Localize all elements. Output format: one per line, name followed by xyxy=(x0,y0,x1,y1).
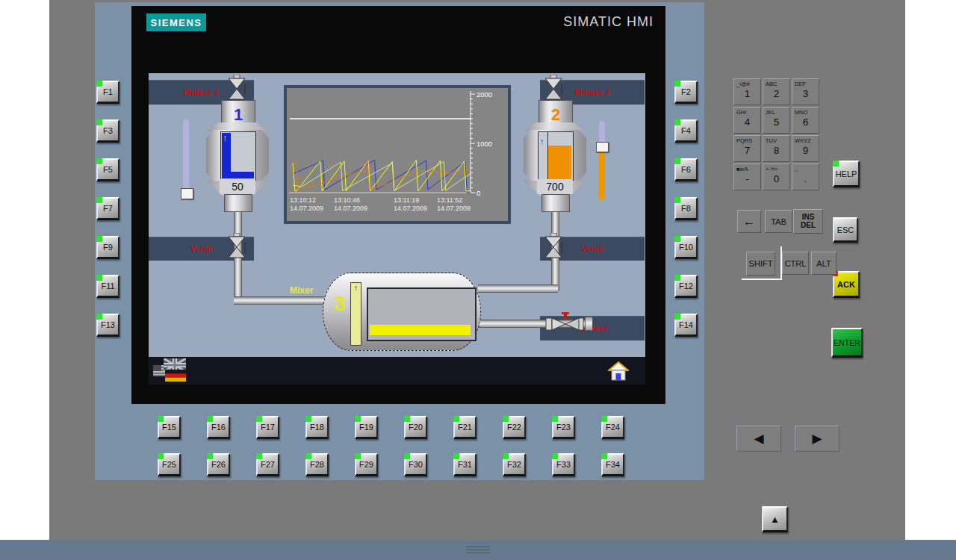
key-f24[interactable]: F24 xyxy=(601,416,624,439)
tank1-slider-handle[interactable] xyxy=(181,188,193,199)
pipe-mixer-to-tank2 xyxy=(478,284,558,293)
numpad-key-5[interactable]: JKL5 xyxy=(763,107,790,134)
shift-key[interactable]: SHIFT xyxy=(746,252,775,276)
key-f17[interactable]: F17 xyxy=(256,416,279,439)
numeric-keypad: _\@#1ABC2DEF3GHI4JKL5MNO6PQRS7TUV8WXYZ9■… xyxy=(733,78,819,190)
numpad-key-8[interactable]: TUV8 xyxy=(763,135,790,162)
tank1-top: 1 xyxy=(221,100,255,125)
key-f5[interactable]: F5 xyxy=(96,158,120,181)
key-f28[interactable]: F28 xyxy=(305,453,329,476)
ins-del-key[interactable]: INS DEL xyxy=(793,209,823,234)
valve-left-icon[interactable] xyxy=(226,233,248,261)
key-f19[interactable]: F19 xyxy=(355,416,378,439)
key-f34[interactable]: F34 xyxy=(601,453,624,476)
numpad-key-9[interactable]: WXYZ9 xyxy=(792,135,819,162)
numpad-key-1[interactable]: _\@#1 xyxy=(733,78,761,105)
arrow-left-icon: ◀ xyxy=(754,431,763,447)
numpad-key-4[interactable]: GHI4 xyxy=(733,107,761,134)
numpad-key-3[interactable]: DEF3 xyxy=(792,78,819,105)
numpad-key--[interactable]: ■a/A- xyxy=(733,164,761,190)
tank1-slider-track[interactable] xyxy=(183,119,189,199)
esc-key-label: ESC xyxy=(837,225,854,234)
alt-key[interactable]: ALT xyxy=(811,252,836,275)
home-button[interactable] xyxy=(606,358,631,383)
fkey-label: F22 xyxy=(507,423,521,432)
numpad-key-.[interactable]: .,. xyxy=(792,164,819,190)
valve-inlet2-icon[interactable] xyxy=(542,75,565,103)
numpad-main-label: 8 xyxy=(763,145,789,156)
alt-key-label: ALT xyxy=(816,259,831,268)
key-f15[interactable]: F15 xyxy=(158,416,181,439)
screen-bezel: SIEMENS SIMATIC HMI Einlass 1 Einlass 2 … xyxy=(131,6,665,404)
arrow-up-key[interactable]: ▲ xyxy=(762,506,788,532)
valve-right-icon[interactable] xyxy=(542,233,565,261)
fkeys-bottom-row2: F25F26F27F28F29F30F31F32F33F34 xyxy=(158,453,624,476)
ack-key-label: ACK xyxy=(837,280,855,289)
valve-inlet1-icon[interactable] xyxy=(226,75,248,103)
fkey-label: F6 xyxy=(681,165,691,174)
tank1-level-base xyxy=(222,172,254,178)
arrow-left-key[interactable]: ◀ xyxy=(736,426,781,452)
key-f13[interactable]: F13 xyxy=(96,314,120,337)
numpad-main-label: . xyxy=(792,173,819,184)
tank2-slider-track-top[interactable] xyxy=(599,121,605,143)
key-f29[interactable]: F29 xyxy=(355,453,378,476)
key-f10[interactable]: F10 xyxy=(674,236,698,259)
key-f7[interactable]: F7 xyxy=(96,197,120,220)
svg-text:14.07.2009: 14.07.2009 xyxy=(394,205,427,212)
key-f8[interactable]: F8 xyxy=(674,197,698,220)
key-f23[interactable]: F23 xyxy=(552,416,575,439)
ack-key[interactable]: ACK xyxy=(833,271,860,298)
key-f1[interactable]: F1 xyxy=(96,81,120,104)
key-f30[interactable]: F30 xyxy=(404,453,427,476)
fkey-label: F24 xyxy=(606,423,620,432)
key-f27[interactable]: F27 xyxy=(256,453,279,476)
key-f4[interactable]: F4 xyxy=(674,119,698,143)
svg-text:14.07.2009: 14.07.2009 xyxy=(437,205,471,212)
tab-key[interactable]: TAB xyxy=(765,210,792,233)
arrow-right-key[interactable]: ▶ xyxy=(795,426,839,452)
numpad-key-2[interactable]: ABC2 xyxy=(763,78,790,105)
numpad-key-0[interactable]: +-*/=0 xyxy=(763,164,790,190)
numpad-key-6[interactable]: MNO6 xyxy=(792,107,819,134)
key-f14[interactable]: F14 xyxy=(674,314,698,337)
fkey-label: F4 xyxy=(681,126,691,135)
key-f11[interactable]: F11 xyxy=(96,275,120,298)
drag-handle[interactable] xyxy=(466,547,490,553)
numpad-main-label: 3 xyxy=(792,88,819,99)
tank1-neck xyxy=(224,194,252,212)
del-label: DEL xyxy=(801,222,816,230)
key-f20[interactable]: F20 xyxy=(404,416,427,439)
valve-right-label: Ventil xyxy=(581,244,603,253)
key-f2[interactable]: F2 xyxy=(674,81,698,104)
key-f31[interactable]: F31 xyxy=(453,453,477,476)
key-f21[interactable]: F21 xyxy=(453,416,477,439)
key-f9[interactable]: F9 xyxy=(96,236,120,259)
backspace-key[interactable]: ← xyxy=(737,210,761,233)
led-indicator xyxy=(552,453,558,459)
led-indicator xyxy=(96,119,102,125)
numpad-main-label: 7 xyxy=(734,145,760,156)
ctrl-key[interactable]: CTRL xyxy=(782,252,809,275)
numpad-key-7[interactable]: PQRS7 xyxy=(733,135,761,162)
key-f16[interactable]: F16 xyxy=(207,416,230,439)
led-indicator xyxy=(674,81,680,87)
tank2-slider-handle[interactable] xyxy=(596,142,609,152)
valve-outlet-icon[interactable] xyxy=(543,312,586,333)
key-f6[interactable]: F6 xyxy=(674,158,698,181)
help-key[interactable]: HELP xyxy=(833,161,860,187)
key-f12[interactable]: F12 xyxy=(674,275,698,298)
key-f32[interactable]: F32 xyxy=(503,453,526,476)
enter-key[interactable]: ENTER xyxy=(831,328,863,358)
key-f22[interactable]: F22 xyxy=(503,416,526,439)
key-f33[interactable]: F33 xyxy=(552,453,575,476)
key-f3[interactable]: F3 xyxy=(96,119,120,143)
key-f25[interactable]: F25 xyxy=(158,453,181,476)
esc-key[interactable]: ESC xyxy=(833,217,858,243)
led-indicator xyxy=(96,314,102,320)
key-f18[interactable]: F18 xyxy=(305,416,329,439)
key-f26[interactable]: F26 xyxy=(207,453,230,476)
tank2-slider-track-fill[interactable] xyxy=(599,149,605,200)
flag-germany-icon[interactable] xyxy=(165,370,186,382)
numpad-sub-label: WXYZ xyxy=(792,136,819,144)
